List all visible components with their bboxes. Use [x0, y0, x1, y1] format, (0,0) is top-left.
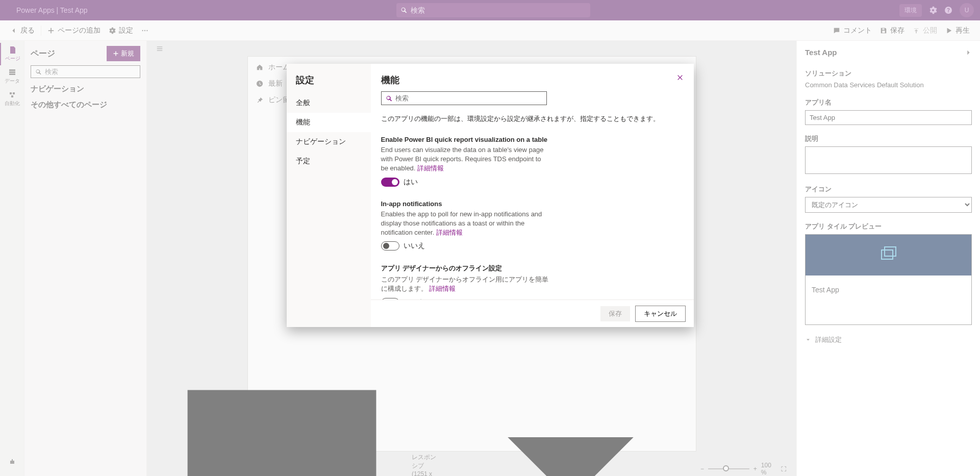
modal-overlay: 設定 全般 機能 ナビゲーション 予定 機能 このアプリの機能の一部は、環境設定…	[0, 0, 980, 476]
dlg-intro: このアプリの機能の一部は、環境設定から設定が継承されますが、指定することもできま…	[381, 114, 673, 123]
feat3-toggle[interactable]	[381, 298, 399, 300]
feat3-link[interactable]: 詳細情報	[429, 285, 456, 292]
feat1-desc: End users can visualize the data on a ta…	[381, 146, 544, 172]
feat2-state: いいえ	[404, 241, 425, 250]
dialog-close-button[interactable]	[676, 74, 684, 83]
close-icon	[676, 74, 684, 81]
feat2-link[interactable]: 詳細情報	[436, 229, 463, 236]
settings-dialog: 設定 全般 機能 ナビゲーション 予定 機能 このアプリの機能の一部は、環境設定…	[287, 64, 694, 327]
dlg-nav-navigation[interactable]: ナビゲーション	[287, 132, 371, 152]
feat1-link[interactable]: 詳細情報	[417, 164, 444, 172]
dlg-save-button: 保存	[600, 306, 630, 321]
feat2-title: In-app notifications	[381, 200, 673, 208]
dlg-search-input[interactable]	[395, 94, 542, 102]
dlg-cancel-button[interactable]: キャンセル	[635, 306, 686, 322]
search-icon	[386, 95, 392, 102]
dlg-nav-features[interactable]: 機能	[287, 113, 371, 132]
dlg-nav-upcoming[interactable]: 予定	[287, 152, 371, 171]
dlg-search[interactable]	[381, 91, 547, 105]
feat3-desc: このアプリ デザイナーからオフライン用にアプリを簡単に構成します。	[381, 275, 549, 292]
feat1-toggle[interactable]	[381, 178, 399, 187]
feat2-toggle[interactable]	[381, 241, 399, 250]
dlg-content-title: 機能	[381, 74, 399, 86]
dialog-title: 設定	[287, 74, 371, 93]
feat3-title: アプリ デザイナーからのオフライン設定	[381, 264, 673, 273]
feat1-state: はい	[404, 178, 418, 187]
dlg-nav-general[interactable]: 全般	[287, 93, 371, 113]
feat1-title: Enable Power BI quick report visualizati…	[381, 136, 673, 143]
